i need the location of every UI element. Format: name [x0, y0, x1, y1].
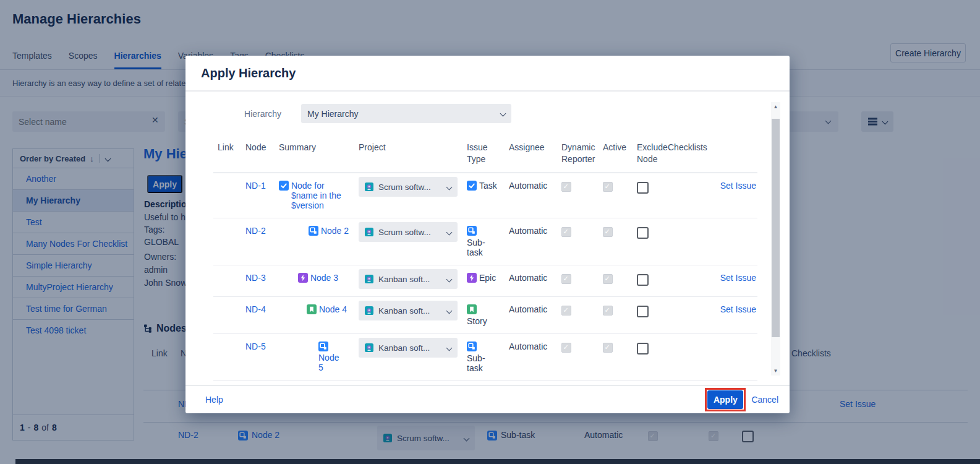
dynamic-reporter-cell [552, 334, 593, 380]
cancel-link[interactable]: Cancel [751, 395, 778, 405]
story-icon [307, 304, 317, 314]
issue-type-label: Sub-task [467, 353, 495, 373]
hierarchy-select-row: Hierarchy My Hierarchy [185, 104, 790, 123]
col-active: Active [593, 142, 627, 173]
project-select-value: Scrum softw... [378, 183, 431, 192]
node-link[interactable]: ND-1 [245, 181, 266, 191]
nodes-table: Link Node Summary Project Issue Type Ass… [213, 142, 757, 381]
summary-cell: Node 2 [270, 218, 349, 265]
project-select[interactable]: Kanban soft... [359, 301, 458, 320]
issue-type-cell: Task [458, 173, 504, 218]
assignee-cell: Automatic [504, 218, 552, 265]
node-id-cell: ND-4 [238, 297, 270, 333]
dynamic-reporter-cell [552, 173, 593, 218]
node-link[interactable]: ND-2 [245, 226, 266, 236]
col-node: Node [238, 142, 270, 173]
summary-link[interactable]: Node 2 [321, 226, 349, 236]
node-id-cell: ND-1 [238, 173, 270, 218]
set-issue-link[interactable]: Set Issue [720, 273, 756, 283]
col-summary: Summary [270, 142, 349, 173]
project-avatar-icon [365, 306, 373, 315]
table-row: ND-2 Node 2 Scrum softw... Sub-task [213, 218, 757, 265]
link-cell [213, 173, 238, 218]
col-issue-type: Issue Type [458, 142, 504, 173]
summary-link[interactable]: Node 5 [318, 353, 344, 372]
dynamic-reporter-checkbox [561, 274, 571, 284]
project-select[interactable]: Scrum softw... [359, 222, 458, 242]
actions-cell: Set Issue [704, 265, 757, 296]
node-id-cell: ND-3 [238, 265, 270, 296]
checklists-cell [663, 173, 704, 218]
active-checkbox [603, 274, 613, 284]
project-avatar-icon [365, 343, 373, 352]
link-cell [213, 218, 238, 265]
node-link[interactable]: ND-4 [245, 304, 266, 314]
summary-link[interactable]: Node for $name in the $version [291, 181, 347, 210]
subtask-icon [309, 226, 318, 236]
active-cell [593, 297, 627, 333]
chevron-down-icon [500, 111, 506, 117]
exclude-node-checkbox[interactable] [637, 343, 649, 354]
table-row: ND-5 Node 5 Kanban soft... Sub-task [213, 334, 757, 381]
active-checkbox [603, 227, 613, 237]
summary-cell: Node 4 [270, 297, 349, 333]
project-cell: Kanban soft... [349, 265, 458, 296]
screen: Manage Hierarchies Create Hierarchy Temp… [0, 0, 980, 464]
issue-type-label: Story [467, 316, 495, 326]
issue-type-cell: Epic [458, 265, 504, 296]
hierarchy-label: Hierarchy [185, 109, 281, 119]
summary-link[interactable]: Node 4 [319, 304, 347, 314]
subtask-icon [467, 226, 477, 236]
project-select[interactable]: Kanban soft... [359, 338, 458, 358]
active-cell [593, 173, 627, 218]
col-assignee: Assignee [504, 142, 552, 173]
table-row: ND-4 Node 4 Kanban soft... Story [213, 297, 757, 334]
help-link[interactable]: Help [205, 395, 223, 405]
dynamic-reporter-cell [552, 218, 593, 265]
project-select-value: Scrum softw... [378, 228, 431, 237]
active-cell [593, 218, 627, 265]
scrollbar-thumb[interactable] [772, 119, 780, 337]
link-cell [213, 297, 238, 333]
issue-type-label: Sub-task [467, 238, 495, 257]
set-issue-link[interactable]: Set Issue [720, 304, 756, 314]
active-checkbox [603, 182, 613, 192]
dynamic-reporter-checkbox [561, 182, 571, 192]
project-select-value: Kanban soft... [378, 343, 430, 353]
exclude-node-cell [627, 265, 663, 296]
summary-link[interactable]: Node 3 [310, 273, 338, 283]
dynamic-reporter-cell [552, 297, 593, 333]
node-link[interactable]: ND-3 [245, 273, 266, 283]
col-dynamic-reporter: Dynamic Reporter [552, 142, 593, 173]
dynamic-reporter-cell [552, 265, 593, 296]
apply-button[interactable]: Apply [707, 390, 743, 409]
set-issue-link[interactable]: Set Issue [720, 181, 756, 191]
scroll-down-icon[interactable]: ▼ [771, 368, 780, 374]
project-select[interactable]: Scrum softw... [359, 177, 458, 197]
modal-scrollbar[interactable]: ▲ ▼ [771, 102, 780, 376]
chevron-down-icon [446, 229, 453, 235]
summary-cell: Node 5 [270, 334, 349, 380]
chevron-down-icon [446, 307, 453, 314]
project-cell: Scrum softw... [349, 173, 458, 218]
exclude-node-checkbox[interactable] [637, 306, 649, 317]
node-link[interactable]: ND-5 [245, 342, 266, 351]
project-select[interactable]: Kanban soft... [359, 269, 458, 289]
exclude-node-checkbox[interactable] [637, 274, 649, 286]
hierarchy-select-value: My Hierarchy [307, 109, 358, 119]
assignee-cell: Automatic [504, 334, 552, 380]
project-cell: Scrum softw... [349, 218, 458, 265]
epic-icon [298, 273, 308, 283]
apply-hierarchy-dialog: Apply Hierarchy Hierarchy My Hierarchy L… [185, 56, 790, 413]
exclude-node-checkbox[interactable] [637, 227, 649, 239]
scroll-up-icon[interactable]: ▲ [771, 104, 780, 110]
active-checkbox [603, 306, 613, 316]
active-cell [593, 265, 627, 296]
dynamic-reporter-checkbox [561, 343, 571, 353]
actions-cell [704, 218, 757, 265]
exclude-node-checkbox[interactable] [637, 182, 649, 194]
hierarchy-select[interactable]: My Hierarchy [301, 104, 511, 123]
task-icon [467, 181, 477, 191]
table-header-row: Link Node Summary Project Issue Type Ass… [213, 142, 757, 173]
exclude-node-cell [627, 173, 663, 218]
